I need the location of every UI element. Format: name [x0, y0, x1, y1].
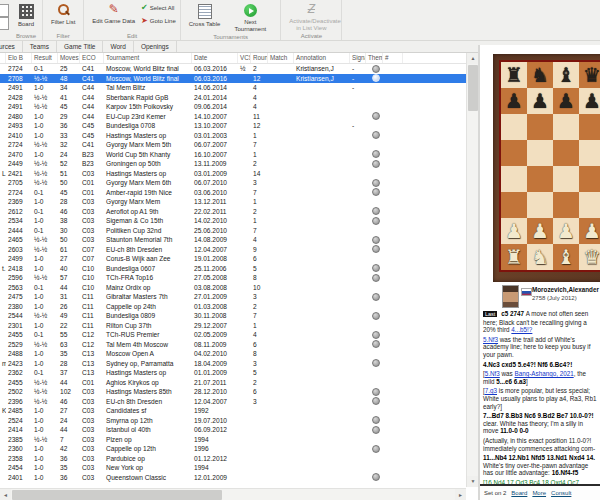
column-header-eco[interactable]: ECO [80, 53, 104, 63]
footer-link-consult[interactable]: Consult [551, 490, 571, 496]
horizontal-scroll-thumb[interactable] [12, 490, 222, 500]
move-text[interactable]: 4.Nc3 cxd5 5.e4?! Nf6 6.Bc4?! [483, 361, 572, 368]
tab-word[interactable]: Word [103, 41, 133, 52]
column-header-match[interactable]: Match [268, 53, 294, 63]
vertical-scroll-thumb[interactable] [468, 65, 478, 111]
game-row[interactable]: L2421½-½51C03Hastings Masters op03.01.20… [0, 169, 466, 179]
variation-link[interactable]: 5.Nf3 [483, 336, 498, 343]
game-row[interactable]: 2491½-½45C44Karpov 15th Poikovsky09.06.2… [0, 102, 466, 112]
game-row[interactable]: 25341-038C03Sigeman & Co 15th14.02.20101 [0, 216, 466, 226]
game-row[interactable]: 2385½-½7C03Plzen op1994 [0, 435, 466, 445]
game-row[interactable]: 2455½-½44C01Aghios Kirykos op21.07.20112 [0, 378, 466, 388]
move-text[interactable]: 16.Nf4-f5 [552, 469, 579, 476]
footer-link-more[interactable]: More [532, 490, 546, 496]
select-all-button[interactable]: ✔Select All [141, 2, 176, 13]
game-row[interactable]: m.24231-028C13Sydney op, Parramatta18.04… [0, 359, 466, 369]
game-row[interactable]: 23601-042C03Cappelle op 12th1996 [0, 444, 466, 454]
game-row[interactable]: 27240-125C41Moscow, World Blitz final06.… [0, 64, 466, 74]
game-row[interactable]: 26120-146C03Aeroflot op A1 9th22.02.2011… [0, 207, 466, 217]
column-header-annotation[interactable]: Annotation [294, 53, 350, 63]
game-row[interactable]: 2705½-½50C01Gyorgy Marx Mem 6th06.07.201… [0, 178, 466, 188]
game-row[interactable]: 24141-044C03Istanbul ol 40th06.09.2012 [0, 425, 466, 435]
move-text[interactable]: 11...Nb4 12.Nb1 Nfd5 13.Nd1 Nxd4 14. [483, 454, 595, 461]
cross-table-button[interactable]: Cross Table [186, 1, 224, 30]
game-row[interactable]: 23801-026C11Cappelle op 24th01.03.20082 [0, 302, 466, 312]
goto-line-button[interactable]: ➤Goto Line [141, 15, 176, 26]
game-row[interactable]: 2396½-½46C03EU-ch 8th Dresden12.04.20073 [0, 397, 466, 407]
game-row[interactable]: 24550-155C12TCh-RUS Premier02.05.20094 [0, 330, 466, 340]
next-tournament-button[interactable]: Next Tournament [225, 1, 275, 34]
column-header-elo-b[interactable]: Elo B [6, 53, 32, 63]
edit-game-data-button[interactable]: ✎Edit Game Data [89, 1, 138, 27]
column-header-num[interactable]: # [383, 53, 403, 63]
move-text[interactable]: 11.0-0 0-0 [500, 427, 528, 434]
game-row[interactable]: 2708½-½48C41Moscow, World Blitz final06.… [0, 74, 466, 84]
game-row[interactable]: 23581-036C03Pardubice op01.12.2012 [0, 454, 466, 464]
game-row[interactable]: 23011-022C11Rilton Cup 37th29.12.20071 [0, 321, 466, 331]
game-row[interactable]: 24801-029C44EU-Cup 23rd Kemer14.10.20071… [0, 112, 466, 122]
cell-elo-b: 2455 [6, 378, 32, 388]
player-name: Morozevich,Alexander [532, 286, 599, 293]
game-row[interactable]: K24851-027C03Candidates sf1992 [0, 406, 466, 416]
cell-result: 1-0 [32, 121, 58, 131]
column-header-signa[interactable]: Signa. [350, 53, 366, 63]
game-row[interactable]: 24541-035C03New York op1994 [0, 463, 466, 473]
column-header-result[interactable]: Result [32, 53, 58, 63]
clipped-control[interactable] [0, 4, 9, 17]
board-button[interactable]: Board [15, 1, 37, 30]
ribbon-group-caption: Activate [285, 33, 337, 40]
tab-openings[interactable]: Openings [134, 41, 177, 52]
clipped-control[interactable] [0, 17, 9, 30]
variation-link[interactable]: 4...b5!? [511, 326, 532, 333]
game-row[interactable]: 24911-034C44Tal Mem Blitz14.06.20144- [0, 83, 466, 93]
column-header-round[interactable]: Round [251, 53, 268, 63]
scroll-right-icon[interactable]: ► [455, 489, 466, 500]
game-row[interactable]: 2603½-½61C07EU-ch 8th Dresden12.04.20079 [0, 245, 466, 255]
game-row[interactable]: 23620-137C13Hastings Masters op01.01.200… [0, 368, 466, 378]
game-row[interactable]: 2596½-½57C10TCh-FRA Top1627.05.20088 [0, 273, 466, 283]
chess-board[interactable]: ♜♞♝♛♚♝♞♜♟♟♟♟♟♟♟♟♟♟♟♟♟♟♟♟♜♞♝♛♚♝♞♜ [493, 54, 600, 282]
footer-link-board[interactable]: Board [511, 490, 527, 496]
column-header-vcs[interactable]: VCS [238, 53, 251, 63]
tab-sources[interactable]: Sources [0, 41, 23, 52]
cell-tournament: New York op [104, 463, 192, 473]
move-text[interactable]: 5...e6 6.a3 [496, 378, 526, 385]
move-text[interactable]: c5 2747 [499, 310, 525, 317]
horizontal-scrollbar[interactable]: ◄ ► [0, 488, 466, 500]
game-row[interactable]: 24751-031C11Gibraltar Masters 7th27.01.2… [0, 292, 466, 302]
game-row[interactable]: 24991-027C07Corus-B Wijk aan Zee19.01.20… [0, 254, 466, 264]
game-row[interactable]: 27240-145C01Amber-rapid 19th Nice03.06.2… [0, 188, 466, 198]
activate-deactivate-in-list-view-button[interactable]: ZActivate/Deactivate in List View [286, 1, 336, 33]
filter-list-button[interactable]: Filter List [48, 1, 78, 28]
column-header-them[interactable]: Them. [366, 53, 383, 63]
game-row[interactable]: t.24181-040C10Bundesliga 060725.11.20065 [0, 264, 466, 274]
game-row[interactable]: 24931-036C45Bundesliga 070813.10.200712- [0, 121, 466, 131]
game-row[interactable]: 2544½-½49C11Bundesliga 080930.11.20087 [0, 311, 466, 321]
game-row[interactable]: 2465½-½50C03Staunton Memorial 7th14.08.2… [0, 235, 466, 245]
game-row[interactable]: 24701-024B23World Cup 5th Khanty16.10.20… [0, 150, 466, 160]
game-row[interactable]: 24440-130C03Politiken Cup 32nd25.06.2010… [0, 226, 466, 236]
variation-link[interactable]: 5.Nf3 [485, 370, 500, 377]
game-row[interactable]: 25241-024C03Smyrna op 12th19.07.2010 [0, 416, 466, 426]
game-row[interactable]: 2502½-½102C03Hastings Masters 85th28.12.… [0, 387, 466, 397]
game-row[interactable]: 25630-144C10Mainz Ordix op03.08.200810 [0, 283, 466, 293]
column-header-tournament[interactable]: Tournament [104, 53, 192, 63]
scroll-left-icon[interactable]: ◄ [0, 489, 11, 500]
game-row[interactable]: 24101-033C45Hastings Masters op03.01.200… [0, 131, 466, 141]
cell-tournament: Hastings Masters 85th [104, 387, 192, 397]
game-row[interactable]: 23691-028C03Gyorgy Marx Mem13.12.20111 [0, 197, 466, 207]
game-row[interactable]: 2449½-½52B23Groningen op 50th13.11.20092 [0, 159, 466, 169]
column-header-moves[interactable]: Moves [58, 53, 80, 63]
game-row[interactable]: 24881-035C13Moscow Open A04.02.20108 [0, 349, 466, 359]
cell-them [366, 416, 383, 424]
game-row[interactable]: 2529½-½63C12Tal Mem 4th Moscow08.11.2009… [0, 340, 466, 350]
variation-link[interactable]: Bang-Ashango, 2021 [515, 370, 574, 377]
tab-teams[interactable]: Teams [23, 41, 57, 52]
tab-game-title[interactable]: Game Title [57, 41, 103, 52]
game-row[interactable]: 2428½-½41C44Sberbank Rapid GpB24.01.2014… [0, 93, 466, 103]
game-row[interactable]: 24011-036C03Queenstown Classic12.01.2009 [0, 473, 466, 483]
move-text[interactable]: 7...Bd7 8.Bb3 Nc6 9.Bd2 Be7 10.0-0?! [483, 412, 594, 419]
column-header-date[interactable]: Date [192, 53, 238, 63]
variation-link[interactable]: 7.g3 [485, 387, 497, 394]
game-row[interactable]: 2724½-½32C41Gyorgy Marx Mem 5th06.07.200… [0, 140, 466, 150]
